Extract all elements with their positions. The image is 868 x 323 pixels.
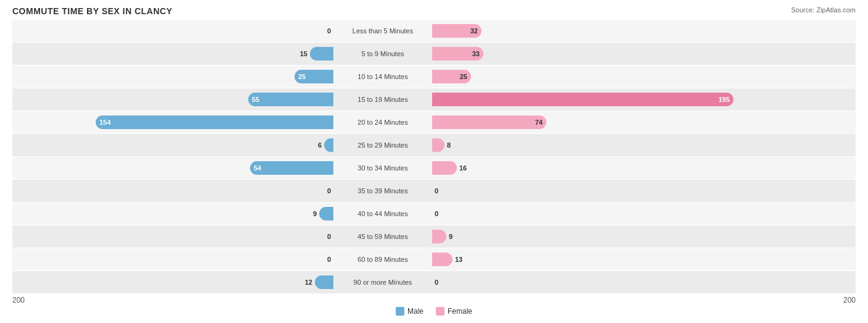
table-row: 045 to 59 Minutes9 [12,225,856,248]
bar-label: 15 to 19 Minutes [333,96,432,103]
table-row: 0Less than 5 Minutes32 [12,20,856,42]
bar-label: 20 to 24 Minutes [333,119,432,126]
female-bar-section: 195 [432,88,753,111]
male-bar-section: 0 [12,180,333,202]
female-bar: 32 [432,24,482,38]
male-bar-section: 0 [12,248,333,271]
female-bar [432,253,453,266]
female-value: 0 [435,279,438,286]
female-bar-section: 13 [432,248,753,271]
female-value: 0 [435,210,438,217]
legend-female-box [436,307,444,316]
male-value: 0 [327,187,331,195]
female-value: 195 [719,96,730,103]
male-bar [315,275,333,289]
male-value: 15 [300,50,307,57]
bar-label: 25 to 29 Minutes [333,141,432,149]
rows-container: 0Less than 5 Minutes32155 to 9 Minutes33… [12,20,856,293]
table-row: 5430 to 34 Minutes16 [12,157,856,179]
axis-row: 200 200 [12,296,856,304]
table-row: 035 to 39 Minutes0 [12,180,856,202]
male-value: 55 [252,96,259,103]
female-bar-section: 74 [432,111,753,133]
male-bar-section: 6 [12,134,333,156]
female-bar-section: 9 [432,225,753,248]
table-row: 060 to 89 Minutes13 [12,248,856,271]
bar-label: 5 to 9 Minutes [333,50,432,57]
male-bar [319,207,333,220]
bar-label: 45 to 59 Minutes [333,233,432,240]
bar-label: Less than 5 Minutes [333,27,432,35]
table-row: 155 to 9 Minutes33 [12,43,856,65]
male-bar: 54 [250,161,333,175]
bar-label: 60 to 89 Minutes [333,256,432,263]
female-bar: 74 [432,115,546,129]
male-bar-section: 9 [12,203,333,225]
chart-container: COMMUTE TIME BY SEX IN CLANCY Source: Zi… [0,0,868,323]
male-bar: 25 [294,70,333,83]
axis-left: 200 [12,296,43,304]
male-bar-section: 25 [12,65,333,88]
male-value: 154 [99,119,111,126]
female-value: 13 [455,256,462,263]
legend-male-label: Male [407,307,424,316]
female-value: 16 [459,164,467,172]
female-value: 32 [470,27,478,35]
male-bar-section: 154 [12,111,333,133]
legend: Male Female [12,307,856,316]
male-bar-section: 0 [12,20,333,42]
female-value: 0 [435,187,438,195]
female-bar-section: 0 [432,203,753,225]
table-row: 5515 to 19 Minutes195 [12,88,856,111]
bar-label: 90 or more Minutes [333,279,432,286]
bar-label: 35 to 39 Minutes [333,187,432,195]
female-bar-section: 16 [432,157,753,179]
female-bar-section: 0 [432,180,753,202]
chart-title: COMMUTE TIME BY SEX IN CLANCY [12,6,856,16]
table-row: 940 to 44 Minutes0 [12,203,856,225]
female-value: 9 [449,233,453,240]
legend-male-box [396,307,404,316]
female-bar [432,230,446,243]
female-bar [432,161,457,175]
female-bar-section: 25 [432,65,753,88]
bar-label: 30 to 34 Minutes [333,164,432,172]
male-bar: 154 [96,115,333,129]
female-bar: 195 [432,93,733,106]
male-bar-section: 15 [12,43,333,65]
female-bar: 25 [432,70,471,83]
legend-female-label: Female [448,307,472,316]
male-bar-section: 0 [12,225,333,248]
male-bar: 55 [248,93,333,106]
source-label: Source: ZipAtlas.com [791,6,856,14]
table-row: 1290 or more Minutes0 [12,271,856,293]
legend-male: Male [396,307,424,316]
axis-right: 200 [825,296,856,304]
male-value: 9 [313,210,317,217]
male-value: 12 [305,279,312,286]
male-bar-section: 54 [12,157,333,179]
female-bar-section: 32 [432,20,753,42]
female-bar [432,138,444,152]
male-bar-section: 55 [12,88,333,111]
female-bar-section: 0 [432,271,753,293]
bar-label: 40 to 44 Minutes [333,210,432,217]
female-bar-section: 8 [432,134,753,156]
male-value: 54 [254,164,261,172]
female-bar-section: 33 [432,43,753,65]
female-value: 8 [447,141,451,149]
male-value: 0 [327,27,331,35]
female-value: 33 [472,50,480,57]
female-value: 25 [460,73,467,80]
female-bar: 33 [432,47,483,61]
table-row: 2510 to 14 Minutes25 [12,65,856,88]
male-value: 6 [318,141,322,149]
male-value: 25 [298,73,306,80]
male-bar [310,47,333,61]
male-bar [324,138,333,152]
table-row: 625 to 29 Minutes8 [12,134,856,156]
male-value: 0 [327,233,331,240]
male-bar-section: 12 [12,271,333,293]
table-row: 15420 to 24 Minutes74 [12,111,856,133]
bar-label: 10 to 14 Minutes [333,73,432,80]
